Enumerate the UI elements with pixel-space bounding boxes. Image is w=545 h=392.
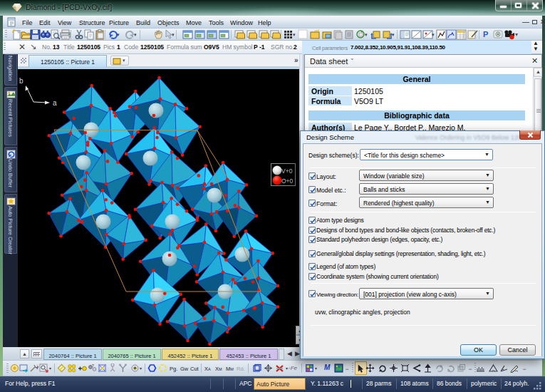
svg-text:V+0: V+0 bbox=[281, 167, 293, 175]
svg-text:?: ? bbox=[92, 363, 94, 368]
svg-text:O+0: O+0 bbox=[281, 177, 294, 185]
svg-text:a: a bbox=[53, 99, 57, 107]
svg-text:b: b bbox=[19, 77, 24, 85]
